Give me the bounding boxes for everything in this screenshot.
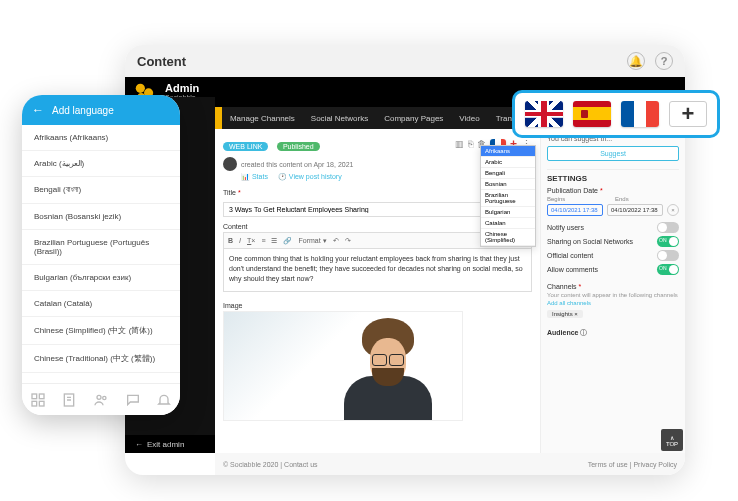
list-item[interactable]: Afrikaans (Afrikaans): [22, 125, 180, 151]
svg-rect-4: [39, 394, 44, 399]
settings-column: You can suggest th... Suggest SETTINGS P…: [540, 129, 685, 453]
created-text: created this content on Apr 18, 2021: [241, 161, 353, 168]
bold-icon[interactable]: B: [228, 237, 233, 244]
weblink-badge: WEB LINK: [223, 142, 268, 151]
svg-rect-5: [32, 401, 37, 406]
lang-opt[interactable]: Arabic: [481, 157, 535, 168]
lang-opt[interactable]: Catalan: [481, 218, 535, 229]
history-link[interactable]: 🕑 View post history: [278, 173, 342, 181]
tab-manage-channels[interactable]: Manage Channels: [222, 107, 303, 129]
content-textarea[interactable]: One common thing that is holding your re…: [223, 248, 532, 292]
list-item[interactable]: Bosnian (Bosanski jezik): [22, 204, 180, 230]
language-dropdown[interactable]: Afrikaans Arabic Bengali Bosnian Brazili…: [480, 145, 536, 247]
topbar: Content 🔔 ?: [125, 45, 685, 77]
phone-nav: [22, 383, 180, 415]
list-item[interactable]: Croatian (Hrvatski): [22, 373, 180, 383]
help-icon[interactable]: ?: [655, 52, 673, 70]
nav-grid-icon[interactable]: [30, 392, 46, 408]
author-avatar: [223, 157, 237, 171]
notify-toggle[interactable]: [657, 222, 679, 233]
notify-label: Notify users: [547, 224, 584, 231]
italic-icon[interactable]: I: [239, 237, 241, 244]
footer-right[interactable]: Terms of use | Privacy Policy: [588, 461, 677, 468]
svg-rect-3: [32, 394, 37, 399]
add-all-channels[interactable]: Add all channels: [547, 300, 679, 306]
clear-date-icon[interactable]: ×: [667, 204, 679, 216]
scroll-top-button[interactable]: ∧TOP: [661, 429, 683, 451]
audience-label: Audience ⓘ: [547, 328, 679, 338]
redo-icon[interactable]: ↷: [345, 237, 351, 245]
sharing-label: Sharing on Social Networks: [547, 238, 633, 245]
published-badge: Published: [277, 142, 320, 151]
official-label: Official content: [547, 252, 593, 259]
lang-opt[interactable]: Brazilian Portuguese: [481, 190, 535, 207]
channels-label: Channels: [547, 283, 679, 290]
svg-point-10: [97, 395, 101, 399]
comments-toggle[interactable]: ON: [657, 264, 679, 275]
begins-input[interactable]: 04/10/2021 17:38: [547, 204, 603, 216]
lang-opt[interactable]: Bulgarian: [481, 207, 535, 218]
archive-icon[interactable]: ▥: [455, 139, 464, 149]
add-flag-button[interactable]: +: [669, 101, 707, 127]
bell-icon[interactable]: 🔔: [627, 52, 645, 70]
nav-people-icon[interactable]: [93, 392, 109, 408]
ends-input[interactable]: 04/10/2022 17:38: [607, 204, 663, 216]
tab-company-pages[interactable]: Company Pages: [376, 107, 451, 129]
ul-icon[interactable]: ≡: [261, 237, 265, 244]
tab-social-networks[interactable]: Social Networks: [303, 107, 376, 129]
flag-fr-icon[interactable]: [621, 101, 659, 127]
list-item[interactable]: Bengali (বাংলা): [22, 177, 180, 204]
sharing-toggle[interactable]: ON: [657, 236, 679, 247]
copy-icon[interactable]: ⎘: [468, 139, 473, 149]
svg-point-0: [136, 84, 145, 93]
list-item[interactable]: Bulgarian (български език): [22, 265, 180, 291]
list-item[interactable]: Arabic (العربية): [22, 151, 180, 177]
image-label: Image: [223, 302, 532, 309]
stats-link[interactable]: 📊 Stats: [241, 173, 268, 181]
link-icon[interactable]: 🔗: [283, 237, 292, 245]
phone-header[interactable]: Add language: [22, 95, 180, 125]
comments-label: Allow comments: [547, 266, 598, 273]
flag-callout: +: [512, 90, 720, 138]
list-item[interactable]: Brazilian Portuguese (Português (Brasil)…: [22, 230, 180, 265]
lang-opt[interactable]: Chinese (Simplified): [481, 229, 535, 246]
lang-opt[interactable]: Bengali: [481, 168, 535, 179]
flag-uk-icon[interactable]: [525, 101, 563, 127]
suggest-button[interactable]: Suggest: [547, 146, 679, 161]
nav-doc-icon[interactable]: [61, 392, 77, 408]
exit-admin-button[interactable]: Exit admin: [125, 435, 215, 453]
list-item[interactable]: Catalan (Català): [22, 291, 180, 317]
editor-column: WEB LINK Published ▥ ⎘ 🗑 + ⋮ Afrikaans A…: [215, 129, 540, 453]
svg-rect-6: [39, 401, 44, 406]
ol-icon[interactable]: ☰: [271, 237, 277, 245]
brand-name: Admin: [165, 83, 199, 94]
svg-point-11: [103, 396, 106, 399]
official-toggle[interactable]: [657, 250, 679, 261]
clear-icon[interactable]: T×: [247, 237, 255, 244]
nav-chat-icon[interactable]: [125, 392, 141, 408]
flag-es-icon[interactable]: [573, 101, 611, 127]
content-image[interactable]: [223, 311, 463, 421]
channel-chip[interactable]: Insights ×: [547, 310, 583, 318]
page-title: Content: [137, 54, 186, 69]
settings-heading: SETTINGS: [547, 169, 679, 183]
phone-mock: Add language Afrikaans (Afrikaans) Arabi…: [22, 95, 180, 415]
lang-opt[interactable]: Afrikaans: [481, 146, 535, 157]
lang-opt[interactable]: Bosnian: [481, 179, 535, 190]
footer: © Sociabble 2020 | Contact us Terms of u…: [215, 453, 685, 475]
channels-note: Your content will appear in the followin…: [547, 292, 679, 298]
list-item[interactable]: Chinese (Simplified) (中文 (简体)): [22, 317, 180, 345]
footer-left: © Sociabble 2020 | Contact us: [223, 461, 318, 468]
format-select[interactable]: Format ▾: [298, 237, 326, 245]
pubdate-label: Publication Date: [547, 187, 679, 194]
phone-language-list[interactable]: Afrikaans (Afrikaans) Arabic (العربية) B…: [22, 125, 180, 383]
nav-bell-icon[interactable]: [156, 392, 172, 408]
list-item[interactable]: Chinese (Traditional) (中文 (繁體)): [22, 345, 180, 373]
tab-video[interactable]: Video: [451, 107, 487, 129]
undo-icon[interactable]: ↶: [333, 237, 339, 245]
